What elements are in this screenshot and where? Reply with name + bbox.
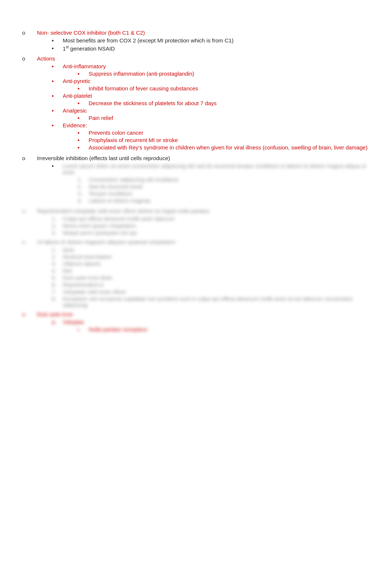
- anti-platelet-label: Anti-platelet: [63, 93, 92, 99]
- bullet-s6: o: [22, 311, 37, 317]
- s5-4: Nisi: [63, 268, 72, 274]
- section-irr-content: Irreversible inhibition (effects last un…: [37, 155, 370, 206]
- section-6: o Duis aute irure a. Voluptas i. Nulla p…: [22, 311, 370, 334]
- bullet-ev-1: ▪: [78, 130, 89, 136]
- bullet-l1: o: [22, 30, 37, 36]
- inhibit-formation: Inhibit formation of fever causing subst…: [89, 85, 198, 92]
- section-4-content: Reprehenderit voluptate velit esse cillu…: [37, 208, 210, 237]
- s4-1: Culpa qui officia deserunt mollit anim l…: [63, 215, 175, 222]
- evidence-label: Evidence:: [63, 122, 87, 128]
- bullet-irr-1-4: 4.: [78, 197, 89, 204]
- bullet-apl: ▪: [52, 93, 63, 106]
- bullet-cox-2: ▪: [52, 45, 63, 52]
- s6-i: Nulla pariatur excepteur: [89, 326, 147, 332]
- pain-relief: Pain relief: [89, 115, 113, 121]
- s5-1: Quis: [63, 246, 74, 253]
- bullet-ai-1: ▪: [78, 70, 89, 77]
- section-actions: o Actions ▪ Anti-inflammatory ▪ Suppress…: [22, 55, 370, 153]
- bullet-irr: o: [22, 155, 37, 161]
- s5-6: Reprehenderit in: [63, 282, 104, 288]
- bullet-actions: o: [22, 55, 37, 62]
- bullet-apl-1: ▪: [78, 100, 89, 106]
- section-cox-content: Non- selective COX inhibitor (both C1 & …: [37, 30, 234, 53]
- bullet-an-1: ▪: [78, 115, 89, 121]
- s5-label: Ut labore et dolore magnam aliquam quaer…: [37, 239, 175, 245]
- bullet-s5-1: 1.: [52, 246, 63, 253]
- prevents-colon-cancer: Prevents colon cancer: [89, 130, 143, 136]
- bullet-irr-1-1: 1.: [78, 176, 89, 183]
- bullet-s4-1: 1.: [52, 215, 63, 222]
- section-irreversible: o Irreversible inhibition (effects last …: [22, 155, 370, 206]
- bullet-s5-2: 2.: [52, 253, 63, 260]
- s5-7: Voluptate velit esse cillum: [63, 289, 126, 295]
- page-content: o Non- selective COX inhibitor (both C1 …: [22, 30, 370, 334]
- bullet-s5-8: 8.: [52, 296, 63, 308]
- cox-child-1: Most benefits are from COX 2 (except MI …: [63, 37, 234, 44]
- s5-3: Ullamco laboris: [63, 261, 101, 267]
- bullet-cox-1: ▪: [52, 37, 63, 44]
- bullet-ap-1: ▪: [78, 85, 89, 92]
- section-cox: o Non- selective COX inhibitor (both C1 …: [22, 30, 370, 53]
- s4-2: Nemo enim ipsam voluptatem: [63, 223, 136, 229]
- s5-2: Nostrud exercitation: [63, 253, 112, 260]
- irr-1-3: Tempor incididunt: [89, 190, 132, 197]
- s5-8: Excepteur sint occaecat cupidatat non pr…: [63, 296, 370, 308]
- bullet-irr-1: ▪: [52, 163, 63, 204]
- s5-5: Duis aute irure dolor: [63, 275, 113, 281]
- bullet-s5-3: 3.: [52, 261, 63, 267]
- bullet-s5-4: 4.: [52, 268, 63, 274]
- actions-label: Actions: [37, 55, 55, 62]
- prophylaxis-mi-stroke: Prophylaxis of recurrent MI or stroke: [89, 137, 178, 143]
- bullet-s4-2: 2.: [52, 223, 63, 229]
- irr-1-4: Labore et dolore magnaa: [89, 197, 151, 204]
- bullet-s5-6: 6.: [52, 282, 63, 288]
- bullet-ev: ▪: [52, 122, 63, 152]
- section-4: o Reprehenderit voluptate velit esse cil…: [22, 208, 370, 237]
- irreversible-label: Irreversible inhibition (effects last un…: [37, 155, 170, 161]
- bullet-irr-1-2: 2.: [78, 183, 89, 190]
- s4-3: Neque porro quisquam est qui: [63, 230, 137, 236]
- section-6-content: Duis aute irure a. Voluptas i. Nulla par…: [37, 311, 147, 334]
- s6-a: Voluptas: [63, 319, 84, 325]
- bullet-s5-7: 7.: [52, 289, 63, 295]
- bullet-s4-3: 3.: [52, 230, 63, 236]
- suppress-inflammation: Suppress inflammation (anti-prostaglandi…: [89, 70, 194, 77]
- reys-syndrome: Associated with Rey's syndrome in childr…: [89, 144, 368, 151]
- s4-label: Reprehenderit voluptate velit esse cillu…: [37, 208, 210, 214]
- bullet-irr-1-3: 3.: [78, 190, 89, 197]
- bullet-s5-5: 5.: [52, 275, 63, 281]
- irr-1-2: Sed do eiusmod amet: [89, 183, 142, 190]
- cox-label: Non- selective COX inhibitor (both C1 & …: [37, 30, 145, 36]
- anti-pyretic-label: Anti-pyretic: [63, 78, 90, 84]
- section-5-content: Ut labore et dolore magnam aliquam quaer…: [37, 239, 370, 309]
- bullet-an: ▪: [52, 107, 63, 121]
- irr-child-1: Lorem ipsum dolor sit amet consectetur a…: [63, 163, 366, 175]
- bullet-ai: ▪: [52, 63, 63, 77]
- section-5: o Ut labore et dolore magnam aliquam qua…: [22, 239, 370, 309]
- anti-inflammatory-label: Anti-inflammatory: [63, 63, 106, 69]
- bullet-s6-i: i.: [78, 326, 89, 332]
- irr-1-1: Consectetur adipiscing elit incididunt: [89, 176, 178, 183]
- section-actions-content: Actions ▪ Anti-inflammatory ▪ Suppress i…: [37, 55, 368, 153]
- bullet-ev-3: ▪: [78, 144, 89, 151]
- bullet-s6-a: a.: [52, 319, 63, 333]
- decrease-stickiness: Decrease the stickiness of platelets for…: [89, 100, 217, 106]
- bullet-s5: o: [22, 239, 37, 245]
- bullet-ap: ▪: [52, 78, 63, 92]
- cox-child-2: 1st generation NSAID: [63, 45, 115, 52]
- analgesic-label: Analgesic: [63, 107, 87, 114]
- s6-label: Duis aute irure: [37, 311, 73, 317]
- bullet-ev-2: ▪: [78, 137, 89, 143]
- bullet-s4: o: [22, 208, 37, 214]
